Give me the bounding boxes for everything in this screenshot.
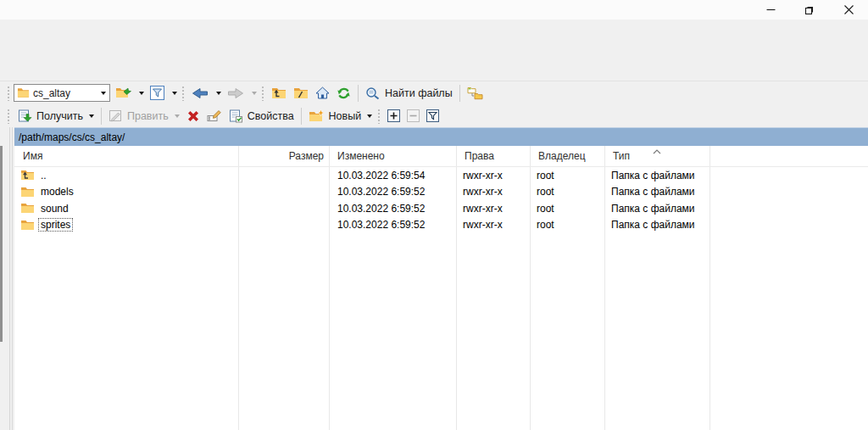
- column-header-owner[interactable]: Владелец: [530, 146, 604, 166]
- file-row[interactable]: sprites 10.03.2022 6:59:52 rwxr-xr-x roo…: [14, 217, 868, 234]
- file-list: Имя Размер Изменено Права Владелец Тип: [14, 146, 868, 430]
- file-row[interactable]: .. 10.03.2022 6:59:54 rwxr-xr-x root Пап…: [14, 167, 868, 184]
- close-button[interactable]: [829, 0, 868, 20]
- chevron-down-icon: [172, 92, 177, 95]
- filter-button[interactable]: [147, 83, 168, 103]
- refresh-button[interactable]: [333, 83, 354, 103]
- file-modified: 10.03.2022 6:59:52: [329, 203, 456, 215]
- panel-border: [12, 127, 13, 430]
- left-scrollbar-thumb[interactable]: [0, 146, 3, 342]
- path-bar[interactable]: /path/maps/cs/cs_altay/: [14, 127, 868, 146]
- toolbar-grip[interactable]: [181, 86, 185, 101]
- open-directory-menu-button[interactable]: [135, 83, 147, 103]
- file-owner: root: [530, 186, 604, 198]
- rename-button[interactable]: [203, 106, 225, 126]
- window-background: [0, 20, 868, 81]
- remote-file-panel: /path/maps/cs/cs_altay/ Имя Размер Измен…: [14, 127, 868, 430]
- selection-filter-button[interactable]: [423, 106, 442, 126]
- edit-label: Править: [127, 110, 169, 122]
- toolbar-grip[interactable]: [377, 109, 381, 124]
- refresh-icon: [337, 87, 351, 100]
- selection-filter-icon: [426, 109, 439, 122]
- back-button[interactable]: [188, 83, 212, 103]
- file-modified: 10.03.2022 6:59:54: [329, 170, 456, 181]
- file-rights: rwxr-xr-x: [456, 203, 530, 215]
- column-header-type[interactable]: Тип: [604, 146, 709, 166]
- toolbar-grip[interactable]: [7, 86, 10, 101]
- new-label: Новый: [329, 110, 362, 122]
- toolbar-separator: [459, 85, 460, 102]
- open-directory-button[interactable]: [112, 83, 135, 103]
- home-directory-button[interactable]: [312, 83, 333, 103]
- delete-button[interactable]: [183, 106, 203, 126]
- chevron-down-icon: [101, 92, 106, 95]
- directory-dropdown[interactable]: cs_altay: [14, 84, 110, 102]
- chevron-down-icon: [367, 114, 372, 118]
- file-row[interactable]: models 10.03.2022 6:59:52 rwxr-xr-x root…: [14, 184, 868, 201]
- search-icon: [365, 87, 381, 100]
- chevron-down-icon: [89, 114, 94, 118]
- minus-icon: [407, 109, 420, 122]
- file-owner: root: [530, 219, 604, 231]
- toolbar-separator: [301, 108, 302, 125]
- sort-ascending-icon: [653, 146, 661, 156]
- download-label: Получить: [36, 110, 83, 122]
- command-toolbar: Получить Править: [0, 104, 868, 127]
- file-rights: rwxr-xr-x: [456, 170, 530, 181]
- file-rows: .. 10.03.2022 6:59:54 rwxr-xr-x root Пап…: [14, 167, 868, 233]
- folder-icon: [20, 187, 35, 198]
- directory-dropdown-value: cs_altay: [33, 87, 96, 99]
- forward-button[interactable]: [224, 83, 248, 103]
- new-folder-icon: [309, 109, 325, 122]
- synchronize-browsing-icon: [467, 87, 483, 100]
- column-header-size[interactable]: Размер: [238, 146, 329, 166]
- parent-directory-button[interactable]: [268, 83, 290, 103]
- filter-icon: [150, 86, 164, 100]
- properties-button[interactable]: Свойства: [225, 106, 298, 126]
- chevron-down-icon: [139, 92, 144, 95]
- current-path: /path/maps/cs/cs_altay/: [19, 131, 125, 143]
- new-button[interactable]: Новый: [305, 106, 376, 126]
- toolbar-separator: [101, 108, 102, 125]
- parent-directory-icon: [271, 87, 287, 99]
- download-button[interactable]: Получить: [14, 106, 97, 126]
- back-arrow-icon: [192, 87, 209, 99]
- navigation-toolbar: cs_altay: [0, 81, 868, 104]
- column-header-rights[interactable]: Права: [456, 146, 530, 166]
- find-files-button[interactable]: Найти файлы: [362, 83, 456, 103]
- column-header-row: Имя Размер Изменено Права Владелец Тип: [14, 146, 868, 167]
- filter-menu-button[interactable]: [168, 83, 180, 103]
- folder-icon: [20, 220, 35, 231]
- folder-icon: [20, 203, 35, 214]
- file-modified: 10.03.2022 6:59:52: [329, 186, 456, 198]
- download-icon: [17, 109, 32, 123]
- file-row[interactable]: sound 10.03.2022 6:59:52 rwxr-xr-x root …: [14, 200, 868, 217]
- forward-history-button[interactable]: [248, 83, 259, 103]
- toolbar-grip[interactable]: [261, 86, 264, 101]
- rename-icon: [207, 109, 222, 122]
- plus-icon: [387, 109, 400, 122]
- edit-button[interactable]: Править: [105, 106, 183, 126]
- file-name: sound: [38, 202, 71, 215]
- open-directory-icon: [115, 87, 131, 99]
- synchronize-browsing-button[interactable]: [464, 83, 487, 103]
- add-to-selection-button[interactable]: [384, 106, 403, 126]
- file-rights: rwxr-xr-x: [456, 186, 530, 198]
- file-type: Папка с файлами: [604, 186, 709, 198]
- file-type: Папка с файлами: [604, 203, 709, 215]
- column-header-modified[interactable]: Изменено: [329, 146, 456, 166]
- root-directory-button[interactable]: [290, 83, 312, 103]
- back-history-button[interactable]: [212, 83, 224, 103]
- find-files-label: Найти файлы: [385, 87, 453, 99]
- remove-from-selection-button[interactable]: [403, 106, 423, 126]
- file-type: Папка с файлами: [604, 170, 709, 181]
- chevron-down-icon: [252, 92, 257, 95]
- restore-icon: [804, 5, 815, 15]
- file-name: sprites: [38, 218, 73, 232]
- column-header-name[interactable]: Имя: [14, 146, 238, 166]
- file-modified: 10.03.2022 6:59:52: [329, 219, 456, 231]
- properties-icon: [229, 109, 243, 123]
- toolbar-grip[interactable]: [7, 109, 10, 124]
- restore-button[interactable]: [790, 0, 829, 20]
- minimize-button[interactable]: [751, 0, 790, 20]
